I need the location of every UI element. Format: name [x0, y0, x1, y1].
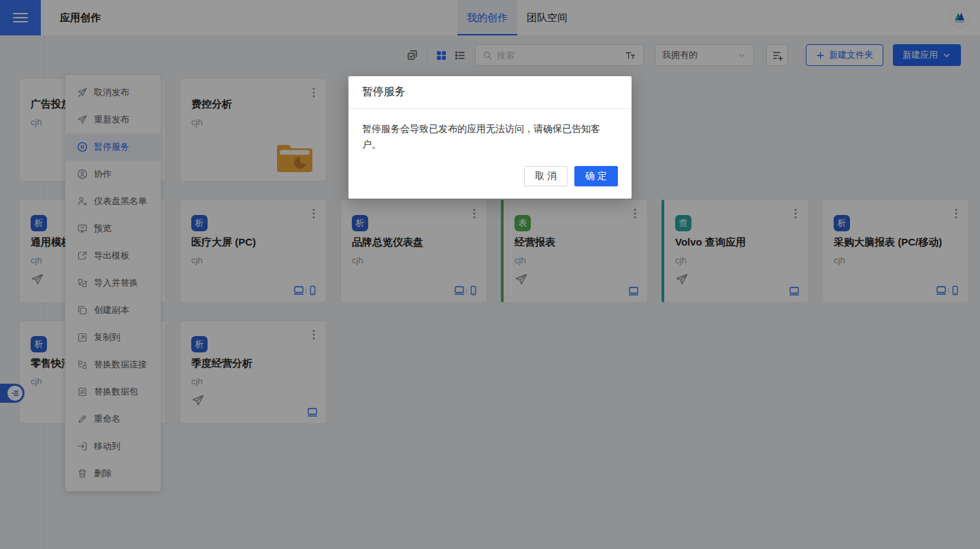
- cancel-button[interactable]: 取 消: [524, 166, 568, 186]
- dialog-message: 暂停服务会导致已发布的应用无法访问，请确保已告知客户。: [348, 109, 632, 156]
- dialog-footer: 取 消 确 定: [348, 156, 632, 199]
- confirm-button[interactable]: 确 定: [574, 166, 618, 186]
- dialog-title: 暂停服务: [348, 76, 632, 109]
- pause-service-dialog: 暂停服务 暂停服务会导致已发布的应用无法访问，请确保已告知客户。 取 消 确 定: [348, 76, 632, 199]
